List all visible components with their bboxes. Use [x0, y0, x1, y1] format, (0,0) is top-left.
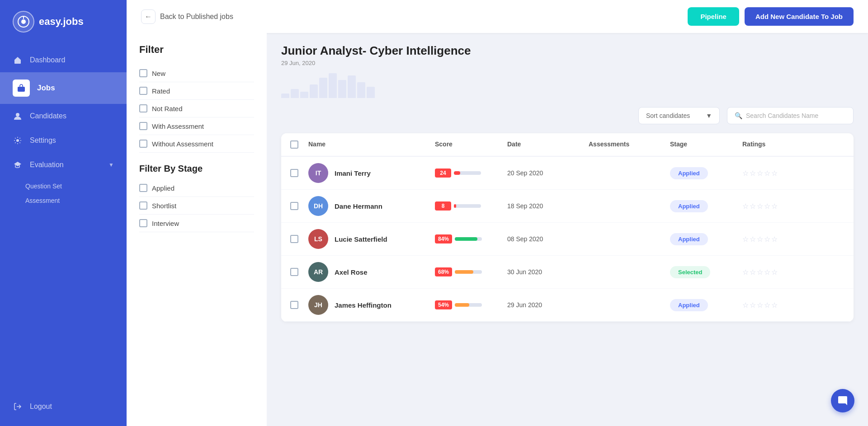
- ratings-cell[interactable]: ☆☆☆☆☆: [742, 202, 806, 211]
- avatar: AR: [308, 262, 328, 282]
- pipeline-button[interactable]: Pipeline: [688, 7, 739, 26]
- score-cell: 54%: [435, 300, 507, 309]
- sidebar-item-jobs[interactable]: Jobs: [0, 72, 127, 104]
- score-badge: 68%: [435, 267, 452, 276]
- ratings-cell[interactable]: ☆☆☆☆☆: [742, 301, 806, 309]
- score-bar: [455, 270, 482, 274]
- table-row[interactable]: DH Dane Hermann 8 18 Sep 2020 Applied ☆☆…: [281, 190, 854, 223]
- avatar: IT: [308, 163, 328, 183]
- score-bar: [455, 303, 482, 307]
- sidebar-item-candidates[interactable]: Candidates: [0, 104, 127, 128]
- filter-not-rated[interactable]: Not Rated: [139, 100, 254, 117]
- job-title: Junior Analyst- Cyber Intelligence: [281, 44, 854, 58]
- filter-rated-label: Rated: [152, 87, 170, 95]
- logo-text: easy.jobs: [39, 16, 84, 28]
- search-candidates-box[interactable]: 🔍 Search Candidates Name: [727, 107, 854, 124]
- filter-not-rated-checkbox[interactable]: [139, 104, 147, 112]
- filter-rated[interactable]: Rated: [139, 82, 254, 100]
- stage-cell: Applied: [670, 167, 742, 179]
- user-icon: [13, 111, 23, 121]
- sidebar-item-dashboard-label: Dashboard: [30, 56, 65, 64]
- row-checkbox-cell: [290, 235, 308, 243]
- svg-point-4: [16, 113, 19, 117]
- search-placeholder: Search Candidates Name: [746, 112, 818, 119]
- filter-without-assessment[interactable]: Without Assessment: [139, 135, 254, 153]
- filter-stage-interview[interactable]: Interview: [139, 215, 254, 232]
- score-cell: 24: [435, 169, 507, 178]
- filter-applied-checkbox[interactable]: [139, 184, 147, 192]
- ratings-cell[interactable]: ☆☆☆☆☆: [742, 235, 806, 243]
- sidebar-item-question-set[interactable]: Question Set: [25, 179, 127, 193]
- ratings-cell[interactable]: ☆☆☆☆☆: [742, 169, 806, 178]
- candidate-name: Dane Hermann: [335, 202, 382, 210]
- filter-shortlist-checkbox[interactable]: [139, 201, 147, 210]
- back-button[interactable]: ← Back to Published jobs: [141, 9, 233, 24]
- date-cell: 20 Sep 2020: [507, 169, 589, 177]
- filter-rated-checkbox[interactable]: [139, 87, 147, 95]
- score-cell: 68%: [435, 267, 507, 276]
- score-badge: 54%: [435, 300, 452, 309]
- sort-candidates-select[interactable]: Sort candidates ▼: [638, 107, 720, 124]
- table-row[interactable]: AR Axel Rose 68% 30 Jun 2020 Selected ☆☆…: [281, 256, 854, 289]
- sidebar-item-assessment[interactable]: Assessment: [25, 193, 127, 208]
- chat-button[interactable]: [831, 389, 854, 412]
- table-header: Name Score Date Assessments Stage Rating…: [281, 133, 854, 157]
- row-checkbox[interactable]: [290, 268, 298, 276]
- sidebar-item-candidates-label: Candidates: [30, 112, 66, 120]
- filter-interview-checkbox[interactable]: [139, 219, 147, 227]
- filter-new-label: New: [152, 70, 165, 77]
- table-body: IT Imani Terry 24 20 Sep 2020 Applied ☆☆…: [281, 157, 854, 322]
- filter-not-rated-label: Not Rated: [152, 105, 183, 112]
- row-checkbox-cell: [290, 301, 308, 309]
- ratings-cell[interactable]: ☆☆☆☆☆: [742, 268, 806, 276]
- row-checkbox[interactable]: [290, 202, 298, 210]
- filter-with-assessment[interactable]: With Assessment: [139, 117, 254, 135]
- sidebar-item-logout[interactable]: Logout: [13, 396, 114, 417]
- filter-stage-shortlist-label: Shortlist: [152, 202, 176, 210]
- table-controls: Sort candidates ▼ 🔍 Search Candidates Na…: [281, 107, 854, 124]
- filter-stage-shortlist[interactable]: Shortlist: [139, 197, 254, 215]
- table-row[interactable]: IT Imani Terry 24 20 Sep 2020 Applied ☆☆…: [281, 157, 854, 190]
- row-checkbox[interactable]: [290, 301, 298, 309]
- select-all-checkbox[interactable]: [290, 140, 298, 149]
- filter-panel: Filter New Rated Not Rated With Assessme…: [127, 33, 267, 426]
- svg-rect-3: [18, 87, 25, 92]
- avatar: DH: [308, 196, 328, 216]
- stage-cell: Applied: [670, 233, 742, 245]
- row-checkbox[interactable]: [290, 169, 298, 177]
- col-date: Date: [507, 140, 589, 149]
- filter-new[interactable]: New: [139, 65, 254, 82]
- filter-stage-title: Filter By Stage: [139, 164, 254, 174]
- filter-without-assessment-checkbox[interactable]: [139, 140, 147, 148]
- score-bar-fill: [455, 303, 469, 307]
- score-cell: 84%: [435, 234, 507, 243]
- row-checkbox[interactable]: [290, 235, 298, 243]
- filter-new-checkbox[interactable]: [139, 69, 147, 77]
- avatar: JH: [308, 295, 328, 315]
- table-row[interactable]: LS Lucie Satterfield 84% 08 Sep 2020 App…: [281, 223, 854, 256]
- sidebar-item-settings[interactable]: Settings: [0, 128, 127, 153]
- sidebar-item-dashboard[interactable]: Dashboard: [0, 48, 127, 72]
- filter-stage-applied[interactable]: Applied: [139, 179, 254, 197]
- home-icon: [13, 55, 23, 65]
- stage-badge: Applied: [670, 200, 708, 212]
- date-cell: 29 Jun 2020: [507, 301, 589, 309]
- stage-cell: Applied: [670, 299, 742, 311]
- date-cell: 18 Sep 2020: [507, 202, 589, 210]
- back-label: Back to Published jobs: [160, 13, 233, 21]
- filter-with-assessment-label: With Assessment: [152, 122, 204, 130]
- score-cell: 8: [435, 201, 507, 211]
- stage-badge: Applied: [670, 233, 708, 245]
- filter-with-assessment-checkbox[interactable]: [139, 122, 147, 130]
- sidebar: easy.jobs Dashboard Jobs: [0, 0, 127, 426]
- avatar: LS: [308, 229, 328, 249]
- svg-point-5: [16, 139, 19, 142]
- sidebar-item-evaluation[interactable]: Evaluation ▼: [0, 153, 127, 177]
- filter-stage-applied-label: Applied: [152, 184, 175, 192]
- row-checkbox-cell: [290, 202, 308, 210]
- table-row[interactable]: JH James Heffington 54% 29 Jun 2020 Appl…: [281, 289, 854, 322]
- chevron-down-icon: ▼: [108, 162, 114, 168]
- date-cell: 30 Jun 2020: [507, 268, 589, 276]
- add-candidate-button[interactable]: Add New Candidate To Job: [745, 7, 854, 26]
- candidate-name: Lucie Satterfield: [335, 235, 387, 243]
